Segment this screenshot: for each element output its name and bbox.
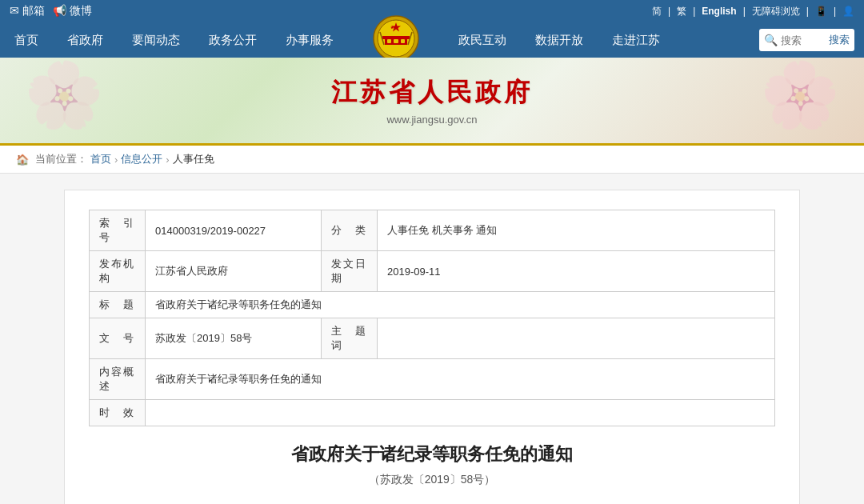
breadcrumb-label: 当前位置： [35,152,87,166]
meta-value-summary: 省政府关于诸纪录等职务任免的通知 [146,359,775,400]
nav-left-items: 首页 省政府 要闻动态 政务公开 办事服务 [0,22,348,58]
nav-item-interaction[interactable]: 政民互动 [444,22,521,58]
svg-rect-5 [394,39,398,43]
breadcrumb-sep1: › [114,154,118,166]
nav-item-service[interactable]: 办事服务 [271,22,348,58]
meta-label-keywords: 主 题 词 [322,318,378,359]
meta-label-category: 分 类 [322,210,378,251]
search-icon: 🔍 [764,34,778,46]
meta-value-category: 人事任免 机关事务 通知 [378,210,775,251]
table-row: 索 引 号 014000319/2019-00227 分 类 人事任免 机关事务… [90,210,775,251]
traditional-link[interactable]: 繁 [677,5,686,18]
svg-rect-3 [382,36,410,39]
nav-item-data[interactable]: 数据开放 [521,22,598,58]
mail-icon: ✉ [10,4,19,17]
home-icon: 🏠 [16,154,29,166]
meta-label-docnum: 文 号 [90,318,146,359]
english-link[interactable]: English [702,6,736,17]
flower-left-decoration: 🌸 [24,58,104,133]
breadcrumb-item2: 人事任免 [173,152,214,166]
table-row: 时 效 [90,400,775,426]
breadcrumb-sep2: › [166,154,169,166]
nav-item-affairs[interactable]: 政务公开 [194,22,271,58]
search-box[interactable]: 🔍 搜索 [759,29,854,51]
nav-item-jiangsu[interactable]: 走进江苏 [598,22,674,58]
meta-value-title: 省政府关于诸纪录等职务任免的通知 [146,292,775,318]
breadcrumb-item1[interactable]: 信息公开 [121,152,162,166]
doc-card: 索 引 号 014000319/2019-00227 分 类 人事任免 机关事务… [64,190,800,504]
doc-title: 省政府关于诸纪录等职务任免的通知 [89,442,775,466]
divider2: | [693,6,695,17]
table-row: 文 号 苏政发〔2019〕58号 主 题 词 [90,318,775,359]
weibo-link[interactable]: 📢 微博 [53,4,92,18]
nav-right-items: 政民互动 数据开放 走进江苏 [444,22,759,58]
svg-rect-4 [387,39,391,43]
svg-rect-6 [401,39,405,43]
meta-value-date: 2019-09-11 [378,251,775,292]
doc-subtitle: （苏政发〔2019〕58号） [89,473,775,487]
weibo-label: 微博 [70,4,92,17]
meta-value-index: 014000319/2019-00227 [146,210,322,251]
mail-link[interactable]: ✉ 邮箱 [10,4,45,18]
top-bar-right: 简 | 繁 | English | 无障碍浏览 | 📱 | 👤 [652,5,854,18]
breadcrumb-bar: 🏠 当前位置： 首页 › 信息公开 › 人事任免 [0,146,864,174]
meta-label-validity: 时 效 [90,400,146,426]
nav-item-gov[interactable]: 省政府 [53,22,118,58]
nav-bar: 首页 省政府 要闻动态 政务公开 办事服务 政民互动 数据开放 走进江 [0,22,864,58]
divider1: | [668,6,670,17]
header-banner: 🌸 🌸 江苏省人民政府 www.jiangsu.gov.cn [0,58,864,146]
meta-label-title: 标 题 [90,292,146,318]
divider3: | [743,6,746,17]
meta-value-docnum: 苏政发〔2019〕58号 [146,318,322,359]
site-title: 江苏省人民政府 [331,75,533,110]
metadata-table: 索 引 号 014000319/2019-00227 分 类 人事任免 机关事务… [89,210,775,426]
mobile-icon[interactable]: 📱 [815,6,827,17]
simple-link[interactable]: 简 [652,5,662,18]
emblem-svg [372,14,420,62]
table-row: 内容概述 省政府关于诸纪录等职务任免的通知 [90,359,775,400]
divider4: | [806,6,809,17]
top-bar-left: ✉ 邮箱 📢 微博 [10,4,92,18]
table-row: 发布机构 江苏省人民政府 发文日期 2019-09-11 [90,251,775,292]
content-area: 索 引 号 014000319/2019-00227 分 类 人事任免 机关事务… [0,174,864,504]
meta-label-index: 索 引 号 [90,210,146,251]
user-icon[interactable]: 👤 [842,6,854,17]
nav-item-news[interactable]: 要闻动态 [118,22,194,58]
meta-value-validity [146,400,775,426]
meta-label-publisher: 发布机构 [90,251,146,292]
accessible-link[interactable]: 无障碍浏览 [752,5,800,18]
flower-right-decoration: 🌸 [760,58,840,133]
weibo-icon: 📢 [53,4,66,17]
table-row: 标 题 省政府关于诸纪录等职务任免的通知 [90,292,775,318]
search-button[interactable]: 搜索 [829,33,850,47]
meta-label-summary: 内容概述 [90,359,146,400]
meta-value-keywords [378,318,775,359]
divider5: | [834,6,836,17]
mail-label: 邮箱 [22,4,45,17]
search-input[interactable] [781,34,829,46]
site-url: www.jiangsu.gov.cn [386,114,477,126]
meta-value-publisher: 江苏省人民政府 [146,251,322,292]
breadcrumb-home[interactable]: 首页 [90,152,111,166]
meta-label-date: 发文日期 [322,251,378,292]
nav-item-home[interactable]: 首页 [0,22,53,58]
